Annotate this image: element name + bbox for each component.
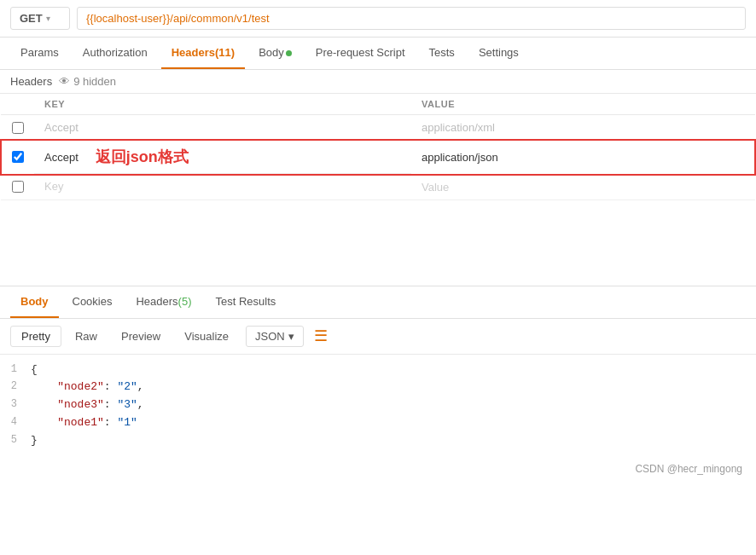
watermark: CSDN @hecr_mingong (0, 456, 756, 482)
subtab-raw[interactable]: Raw (65, 327, 108, 346)
tab-body[interactable]: Body (248, 38, 302, 69)
method-chevron-icon: ▾ (46, 14, 50, 23)
key1: "node1" (57, 416, 104, 429)
val3: "3" (117, 398, 137, 411)
format-select[interactable]: JSON ▾ (246, 326, 304, 347)
code-line-5: 5 } (0, 432, 756, 450)
headers-table: KEY VALUE Accept application/xml Accept (0, 94, 756, 200)
key2: "node2" (57, 380, 104, 393)
code-block: 1 { 2 "node2": "2", 3 "node3": "3", 4 "n… (0, 355, 756, 457)
row1-checkbox[interactable] (12, 122, 24, 134)
eye-icon: 👁 (59, 75, 70, 88)
line-num-1: 1 (0, 361, 31, 378)
line-content-2: "node2": "2", (31, 379, 144, 396)
tab-test-results[interactable]: Test Results (206, 286, 287, 318)
col-value: VALUE (411, 94, 755, 115)
code-line-2: 2 "node2": "2", (0, 379, 756, 396)
url-input[interactable] (77, 7, 746, 30)
format-chevron-icon: ▾ (288, 330, 294, 343)
headers-label: Headers (10, 75, 52, 88)
response-subtabs: Pretty Raw Preview Visualize JSON ▾ ☰ (0, 319, 756, 355)
body-dot-indicator (286, 50, 292, 56)
row3-key[interactable]: Key (34, 174, 411, 199)
tab-cookies[interactable]: Cookies (62, 286, 123, 318)
line-content-3: "node3": "3", (31, 396, 144, 414)
tab-response-headers[interactable]: Headers(5) (125, 286, 201, 318)
subtab-visualize[interactable]: Visualize (174, 327, 239, 346)
checkbox-cell[interactable] (1, 115, 34, 141)
tab-settings[interactable]: Settings (468, 38, 529, 69)
headers-subbar: Headers 👁 9 hidden (0, 70, 756, 94)
col-checkbox (1, 94, 34, 115)
tab-params[interactable]: Params (10, 38, 69, 69)
subtab-preview[interactable]: Preview (111, 327, 171, 346)
line-content-5: } (31, 432, 38, 450)
row2-value[interactable]: application/json (411, 141, 755, 175)
row2-key[interactable]: Accept 返回json格式 (34, 141, 411, 174)
bottom-tabs: Body Cookies Headers(5) Test Results (0, 286, 756, 319)
subtab-pretty[interactable]: Pretty (10, 326, 61, 347)
url-bar: GET ▾ (0, 0, 756, 38)
row2-checkbox-cell[interactable] (1, 141, 34, 175)
row2-checkbox[interactable] (12, 151, 24, 163)
line-num-5: 5 (0, 432, 31, 448)
wrap-icon[interactable]: ☰ (314, 327, 328, 345)
tab-tests[interactable]: Tests (419, 38, 465, 69)
code-line-3: 3 "node3": "3", (0, 396, 756, 414)
row3-checkbox[interactable] (12, 181, 24, 193)
row3-checkbox-cell[interactable] (1, 174, 34, 199)
table-row-highlighted: Accept 返回json格式 application/json (1, 141, 755, 175)
line-num-2: 2 (0, 379, 31, 395)
annotation-text: 返回json格式 (96, 147, 189, 167)
hidden-badge: 👁 9 hidden (59, 75, 116, 88)
tab-headers[interactable]: Headers(11) (161, 38, 245, 69)
bottom-section: Body Cookies Headers(5) Test Results Pre… (0, 286, 756, 457)
tab-authorization[interactable]: Authorization (73, 38, 158, 69)
key3: "node3" (57, 398, 104, 411)
table-row: Accept application/xml (1, 115, 755, 141)
hidden-count: 9 hidden (73, 75, 116, 88)
line-content-4: "node1": "1" (31, 414, 137, 432)
line-content-1: { (31, 361, 38, 379)
row1-key[interactable]: Accept (34, 115, 411, 141)
row3-value[interactable]: Value (411, 174, 755, 199)
table-header-row: KEY VALUE (1, 94, 755, 115)
tab-prerequest[interactable]: Pre-request Script (305, 38, 416, 69)
method-select[interactable]: GET ▾ (10, 7, 70, 30)
code-line-1: 1 { (0, 361, 756, 379)
tab-response-body[interactable]: Body (10, 286, 59, 318)
format-label: JSON (255, 330, 285, 343)
line-num-3: 3 (0, 396, 31, 413)
row1-value[interactable]: application/xml (411, 115, 755, 141)
col-key: KEY (34, 94, 411, 115)
spacer (0, 200, 756, 269)
val2: "2" (117, 380, 137, 393)
code-line-4: 4 "node1": "1" (0, 414, 756, 432)
method-text: GET (20, 12, 43, 25)
top-tabs: Params Authorization Headers(11) Body Pr… (0, 38, 756, 70)
val1: "1" (117, 416, 137, 429)
table-row-new: Key Value (1, 174, 755, 199)
line-num-4: 4 (0, 414, 31, 431)
